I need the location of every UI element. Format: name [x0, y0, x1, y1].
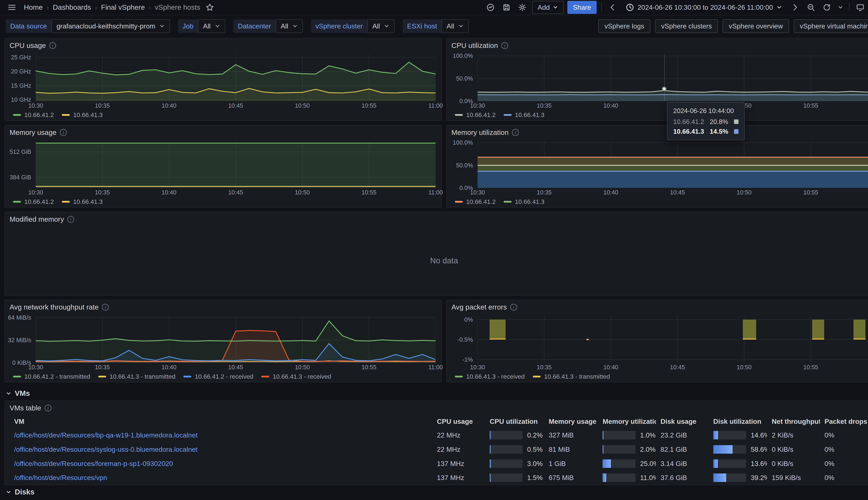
table-cell: 0.2%: [485, 428, 544, 442]
table-cell: 3.14 GiB: [656, 456, 709, 471]
x-axis-label: 10:55: [362, 102, 376, 109]
x-axis-label: 10:50: [295, 102, 310, 109]
plot-packet-errors[interactable]: [478, 316, 868, 363]
legend-item[interactable]: 10.66.41.2: [13, 198, 54, 205]
vm-link[interactable]: /office/host/dev/Resources/foreman-p-sp1…: [14, 460, 173, 467]
cluster-select[interactable]: All: [367, 19, 395, 33]
table-cell: 1.0%: [598, 428, 656, 442]
save-dashboard-icon[interactable]: [500, 2, 513, 13]
job-select[interactable]: All: [198, 19, 225, 33]
legend-item[interactable]: 10.66.41.2 - received: [183, 373, 253, 380]
link-vsphere-virtual-machines[interactable]: vSphere virtual machines: [794, 19, 868, 33]
column-header[interactable]: Net throughput: [767, 415, 820, 428]
link-vsphere-overview[interactable]: vSphere overview: [722, 19, 789, 33]
link-vsphere-logs[interactable]: vSphere logs: [598, 19, 650, 33]
datacenter-select[interactable]: All: [276, 19, 303, 33]
add-button-label: Add: [538, 3, 550, 11]
column-header[interactable]: CPU utilization: [485, 415, 544, 428]
tooltip-series-value: 14.5%: [710, 128, 728, 135]
grafana-dashboard: { "nav": { "breadcrumbs": ["Home", "Dash…: [0, 0, 868, 500]
breadcrumb-current: vSphere hosts: [155, 3, 200, 11]
x-axis-label: 10:55: [803, 364, 818, 371]
legend-item[interactable]: 10.66.41.2: [455, 198, 495, 205]
time-shift-back-icon[interactable]: [606, 2, 619, 13]
add-button[interactable]: Add: [532, 1, 564, 14]
legend-item[interactable]: 10.66.41.2 - transmitted: [13, 373, 90, 380]
link-vsphere-clusters[interactable]: vSphere clusters: [655, 19, 718, 33]
share-button[interactable]: Share: [567, 1, 597, 14]
refresh-icon[interactable]: [821, 2, 833, 13]
info-icon[interactable]: i: [67, 216, 74, 223]
legend-item[interactable]: 10.66.41.2: [455, 111, 495, 118]
gauge-track: [713, 445, 746, 454]
breadcrumb-home[interactable]: Home: [24, 3, 43, 11]
breadcrumb-folder[interactable]: Final vSphere: [101, 3, 145, 11]
info-icon[interactable]: i: [49, 42, 56, 49]
chart-canvas: [36, 316, 436, 363]
legend-swatch: [261, 376, 269, 377]
column-header[interactable]: CPU usage: [432, 415, 485, 428]
legend-label: 10.66.41.3: [73, 198, 103, 205]
table-cell: 23.2 GiB: [656, 428, 709, 442]
column-header[interactable]: Memory usage: [544, 415, 598, 428]
chevron-down-icon: [159, 23, 165, 29]
legend-item[interactable]: 10.66.41.3 - transmitted: [533, 373, 610, 380]
legend-item[interactable]: 10.66.41.3: [62, 198, 103, 205]
info-icon[interactable]: i: [501, 42, 508, 49]
time-range-picker[interactable]: 2024-06-26 10:30:00 to 2024-06-26 11:00:…: [622, 1, 785, 14]
column-header[interactable]: Memory utilization: [598, 415, 656, 428]
column-header[interactable]: Packet drops: [820, 415, 868, 428]
plot-cpu-usage[interactable]: [36, 55, 436, 101]
chart-canvas: [36, 55, 436, 101]
kiosk-mode-icon[interactable]: [854, 2, 867, 13]
column-header[interactable]: Disk usage: [656, 415, 709, 428]
legend-item[interactable]: 10.66.41.2: [13, 111, 54, 118]
section-disks[interactable]: Disks: [4, 485, 868, 499]
table-row: /office/host/dev/Resources/syslog-uss-0.…: [10, 442, 868, 457]
legend-item[interactable]: 10.66.41.3: [504, 111, 545, 118]
info-icon[interactable]: i: [510, 304, 517, 310]
y-axis-label: 512 GiB: [10, 148, 31, 155]
favorite-star-icon[interactable]: [204, 2, 216, 13]
legend-item[interactable]: 10.66.41.3 - transmitted: [98, 373, 175, 380]
plot-cpu-utilization[interactable]: [478, 55, 868, 101]
column-header[interactable]: Disk utilization: [709, 415, 767, 428]
info-icon[interactable]: i: [102, 304, 109, 310]
plot-network-throughput[interactable]: [36, 316, 436, 363]
table-cell: 13.6%: [709, 456, 767, 471]
utilization-gauge: 14.6%: [713, 431, 763, 440]
menu-toggle-icon[interactable]: [6, 2, 18, 13]
vm-link[interactable]: /office/host/dev/Resources/syslog-uss-0.…: [14, 445, 197, 453]
legend-item[interactable]: 10.66.41.3: [62, 111, 103, 118]
section-vms[interactable]: VMs: [4, 386, 868, 400]
share-button-label: Share: [573, 3, 591, 11]
insights-icon[interactable]: [484, 2, 497, 13]
panel-header: VMs table i: [5, 401, 868, 415]
vm-link[interactable]: /office/host/dev/Resources/bp-qa-w19-1.b…: [14, 431, 197, 439]
time-range-text: 2024-06-26 10:30:00 to 2024-06-26 11:00:…: [638, 3, 773, 11]
info-icon[interactable]: i: [512, 129, 519, 136]
tooltip-color-swatch: [734, 129, 739, 134]
dashboard-settings-icon[interactable]: [516, 2, 529, 13]
datasource-select[interactable]: grafanacloud-keithschmitty-prom: [52, 19, 170, 33]
refresh-interval-caret[interactable]: [836, 2, 845, 13]
plot-memory-utilization[interactable]: [478, 141, 868, 188]
y-axis-label: 100.0%: [453, 139, 473, 146]
info-icon[interactable]: i: [60, 129, 67, 136]
zoom-out-icon[interactable]: [805, 2, 817, 13]
esxi-host-select[interactable]: All: [442, 19, 469, 33]
plot-memory-usage[interactable]: [36, 141, 436, 188]
table-cell: 1 GiB: [544, 456, 598, 471]
info-icon[interactable]: i: [45, 405, 52, 411]
table-cell: 675 MiB: [544, 471, 598, 485]
time-shift-forward-icon[interactable]: [789, 2, 801, 13]
column-header[interactable]: VM: [10, 415, 432, 428]
utilization-gauge: 58.6%: [713, 445, 763, 454]
legend-item[interactable]: 10.66.41.3 - received: [261, 373, 331, 380]
vm-link[interactable]: /office/host/dev/Resources/vpn: [14, 474, 107, 481]
table-cell: 2.0%: [598, 442, 656, 457]
legend-item[interactable]: 10.66.41.3: [504, 198, 545, 205]
breadcrumb-dashboards[interactable]: Dashboards: [53, 3, 91, 11]
legend-item[interactable]: 10.66.41.3 - received: [455, 373, 525, 380]
vm-cell: /office/host/dev/Resources/bp-qa-w19-1.b…: [10, 428, 432, 442]
